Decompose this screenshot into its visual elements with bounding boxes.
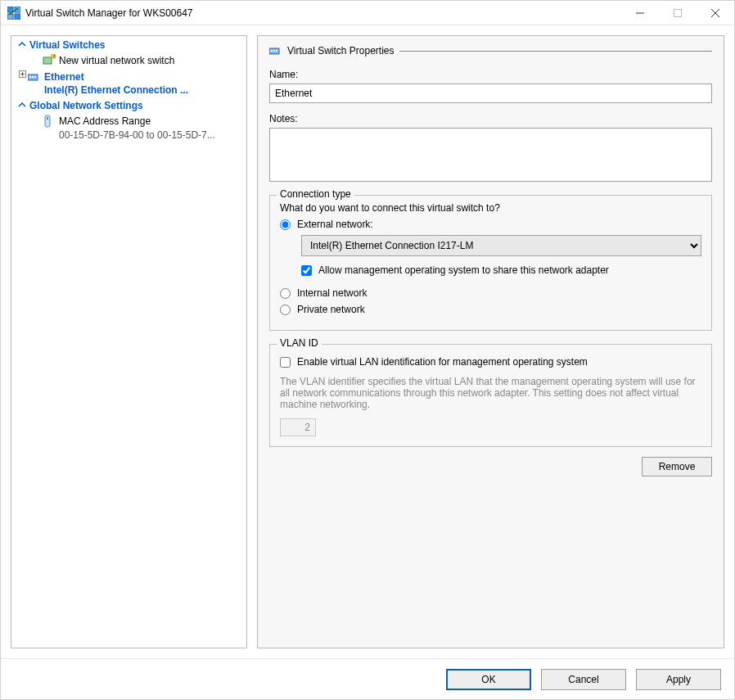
radio-internal-label: Internal network bbox=[297, 287, 367, 299]
collapse-icon bbox=[16, 40, 28, 50]
tree-item-mac-range-detail: 00-15-5D-7B-94-00 to 00-15-5D-7... bbox=[11, 129, 246, 141]
navigation-tree[interactable]: Virtual Switches ★ New virtual network s… bbox=[11, 35, 247, 648]
svg-rect-18 bbox=[32, 76, 34, 78]
svg-rect-23 bbox=[271, 50, 273, 52]
name-label: Name: bbox=[269, 69, 712, 80]
tree-item-ethernet[interactable]: Ethernet Intel(R) Ethernet Connection ..… bbox=[11, 69, 246, 98]
svg-point-5 bbox=[16, 7, 18, 9]
svg-rect-21 bbox=[47, 117, 48, 120]
svg-rect-10 bbox=[43, 57, 52, 64]
enable-vlan-checkbox[interactable] bbox=[280, 357, 291, 368]
allow-mgmt-os[interactable]: Allow management operating system to sha… bbox=[301, 264, 701, 276]
enable-vlan-label: Enable virtual LAN identification for ma… bbox=[297, 356, 588, 368]
properties-pane: Virtual Switch Properties Name: Notes: C… bbox=[257, 35, 724, 648]
close-button[interactable] bbox=[697, 1, 734, 25]
cancel-button[interactable]: Cancel bbox=[541, 669, 626, 690]
vlan-group: VLAN ID Enable virtual LAN identificatio… bbox=[269, 344, 712, 447]
notes-label: Notes: bbox=[269, 113, 712, 124]
tree-group-label: Virtual Switches bbox=[29, 39, 105, 51]
svg-rect-24 bbox=[273, 50, 275, 52]
apply-button[interactable]: Apply bbox=[636, 669, 721, 690]
allow-mgmt-checkbox[interactable] bbox=[301, 265, 312, 276]
svg-rect-0 bbox=[7, 7, 13, 12]
enable-vlan[interactable]: Enable virtual LAN identification for ma… bbox=[280, 356, 701, 368]
expand-icon[interactable] bbox=[16, 70, 28, 79]
tree-group-label: Global Network Settings bbox=[29, 100, 143, 111]
adapter-select[interactable]: Intel(R) Ethernet Connection I217-LM bbox=[301, 235, 701, 256]
radio-internal[interactable]: Internal network bbox=[280, 287, 701, 299]
dialog-footer: OK Cancel Apply bbox=[1, 658, 734, 699]
connection-prompt: What do you want to connect this virtual… bbox=[280, 202, 701, 214]
notes-textarea[interactable] bbox=[269, 128, 712, 182]
tree-item-label: New virtual network switch bbox=[59, 54, 174, 67]
properties-title: Virtual Switch Properties bbox=[287, 45, 395, 56]
vlan-help-text: The VLAN identifier specifies the virtua… bbox=[280, 376, 701, 410]
switch-icon bbox=[269, 44, 282, 57]
tree-item-label: Ethernet Intel(R) Ethernet Connection ..… bbox=[44, 70, 188, 97]
maximize-button[interactable] bbox=[659, 1, 697, 25]
properties-header: Virtual Switch Properties bbox=[269, 44, 712, 57]
svg-rect-25 bbox=[276, 50, 277, 52]
svg-rect-7 bbox=[674, 9, 682, 16]
radio-internal-input[interactable] bbox=[280, 288, 291, 299]
svg-rect-17 bbox=[29, 76, 31, 78]
svg-rect-3 bbox=[15, 14, 20, 20]
radio-external-label: External network: bbox=[297, 219, 373, 230]
radio-private-label: Private network bbox=[297, 304, 365, 315]
mac-range-icon bbox=[43, 115, 56, 128]
titlebar: Virtual Switch Manager for WKS00647 bbox=[1, 1, 734, 25]
tree-group-global-settings[interactable]: Global Network Settings bbox=[11, 98, 246, 113]
svg-text:★: ★ bbox=[52, 54, 56, 58]
tree-item-mac-range[interactable]: MAC Address Range bbox=[11, 113, 246, 129]
remove-button[interactable]: Remove bbox=[642, 457, 712, 476]
tree-item-label: MAC Address Range bbox=[59, 115, 151, 128]
radio-external-input[interactable] bbox=[280, 219, 291, 230]
radio-external[interactable]: External network: bbox=[280, 219, 701, 230]
switch-icon bbox=[28, 70, 41, 84]
group-title: Connection type bbox=[277, 188, 354, 200]
tree-item-new-switch[interactable]: ★ New virtual network switch bbox=[11, 52, 246, 69]
window-title: Virtual Switch Manager for WKS00647 bbox=[25, 7, 621, 19]
divider bbox=[399, 51, 713, 52]
external-options: Intel(R) Ethernet Connection I217-LM All… bbox=[301, 235, 701, 276]
svg-point-4 bbox=[9, 12, 11, 14]
vlan-id-input bbox=[280, 418, 316, 436]
radio-private-input[interactable] bbox=[280, 305, 291, 315]
allow-mgmt-label: Allow management operating system to sha… bbox=[318, 264, 609, 276]
new-switch-icon: ★ bbox=[43, 54, 56, 67]
app-icon bbox=[7, 7, 20, 20]
connection-type-group: Connection type What do you want to conn… bbox=[269, 195, 712, 331]
tree-group-virtual-switches[interactable]: Virtual Switches bbox=[11, 38, 246, 52]
svg-rect-19 bbox=[34, 76, 36, 78]
collapse-icon bbox=[16, 101, 28, 111]
radio-private[interactable]: Private network bbox=[280, 304, 701, 315]
group-title: VLAN ID bbox=[277, 337, 322, 349]
ok-button[interactable]: OK bbox=[446, 669, 531, 690]
name-input[interactable] bbox=[269, 84, 712, 103]
minimize-button[interactable] bbox=[621, 1, 659, 25]
